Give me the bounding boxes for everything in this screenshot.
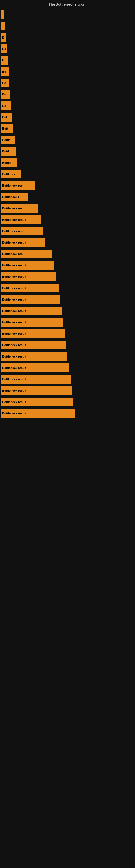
bar-row-9: Bo <box>0 101 135 110</box>
bar-8: Bo <box>1 90 10 99</box>
bar-label-21: Bottleneck result <box>2 241 26 244</box>
bar-row-32: Bottleneck result <box>0 364 135 372</box>
bar-1 <box>1 10 4 19</box>
bar-label-16: Bottleneck res <box>2 184 23 187</box>
bar-row-4: Bo <box>0 44 135 53</box>
bar-row-24: Bottleneck result <box>0 272 135 281</box>
bar-label-36: Bottleneck result <box>2 412 26 415</box>
bar-23: Bottleneck result <box>1 261 54 270</box>
bar-label-13: Bottl <box>2 150 9 153</box>
bar-label-15: Bottlenec <box>2 173 16 176</box>
bar-row-23: Bottleneck result <box>0 261 135 270</box>
bar-row-25: Bottleneck result <box>0 284 135 292</box>
bar-label-11: Bott <box>2 127 8 130</box>
bar-26: Bottleneck result <box>1 295 60 304</box>
bar-row-33: Bottleneck result <box>0 375 135 383</box>
bar-row-29: Bottleneck result <box>0 329 135 338</box>
bar-32: Bottleneck result <box>1 364 69 372</box>
bar-label-35: Bottleneck result <box>2 400 26 404</box>
bar-row-2 <box>0 22 135 30</box>
bar-label-28: Bottleneck result <box>2 321 26 324</box>
bar-row-36: Bottleneck result <box>0 409 135 418</box>
bar-2 <box>1 22 5 30</box>
bar-label-6: Bo <box>2 70 6 73</box>
bar-label-27: Bottleneck result <box>2 309 26 312</box>
bar-label-33: Bottleneck result <box>2 378 26 381</box>
bar-row-28: Bottleneck result <box>0 318 135 327</box>
bar-label-18: Bottleneck resul <box>2 207 26 210</box>
bar-label-17: Bottleneck r <box>2 195 19 198</box>
bar-row-13: Bottl <box>0 147 135 156</box>
bar-22: Bottleneck res <box>1 250 52 258</box>
bar-4: Bo <box>1 44 7 53</box>
bar-29: Bottleneck result <box>1 329 64 338</box>
bar-27: Bottleneck result <box>1 307 62 315</box>
bar-row-19: Bottleneck result <box>0 215 135 224</box>
bar-row-12: Bottle <box>0 135 135 144</box>
bar-row-3: B <box>0 33 135 42</box>
bar-14: Bottle <box>1 158 17 167</box>
bar-label-9: Bo <box>2 104 6 107</box>
bar-35: Bottleneck result <box>1 398 74 406</box>
bar-row-6: Bo <box>0 67 135 76</box>
bar-row-11: Bott <box>0 124 135 133</box>
bar-18: Bottleneck resul <box>1 204 38 213</box>
bar-label-5: B <box>2 59 4 62</box>
bar-33: Bottleneck result <box>1 375 71 383</box>
bar-25: Bottleneck result <box>1 284 59 292</box>
bar-label-20: Bottleneck resu <box>2 229 25 233</box>
bar-7: Bo <box>1 79 9 87</box>
bar-28: Bottleneck result <box>1 318 63 327</box>
bar-row-20: Bottleneck resu <box>0 227 135 236</box>
bar-17: Bottleneck r <box>1 193 28 201</box>
bar-3: B <box>1 33 6 42</box>
bar-20: Bottleneck resu <box>1 227 43 236</box>
bar-row-26: Bottleneck result <box>0 295 135 304</box>
bar-row-1 <box>0 10 135 19</box>
bar-row-14: Bottle <box>0 158 135 167</box>
bar-row-27: Bottleneck result <box>0 307 135 315</box>
bar-24: Bottleneck result <box>1 272 56 281</box>
bar-13: Bottl <box>1 147 16 156</box>
bar-label-34: Bottleneck result <box>2 389 26 392</box>
bar-row-21: Bottleneck result <box>0 238 135 247</box>
bar-row-22: Bottleneck res <box>0 250 135 258</box>
bar-34: Bottleneck result <box>1 386 72 395</box>
bar-row-30: Bottleneck result <box>0 341 135 349</box>
site-title: TheBottlenecker.com <box>0 0 135 8</box>
bar-row-31: Bottleneck result <box>0 352 135 361</box>
bar-9: Bo <box>1 101 11 110</box>
bar-row-35: Bottleneck result <box>0 398 135 406</box>
bar-row-7: Bo <box>0 79 135 87</box>
bar-31: Bottleneck result <box>1 352 67 361</box>
bar-label-30: Bottleneck result <box>2 343 26 347</box>
bar-10: Bot <box>1 113 12 122</box>
bar-16: Bottleneck res <box>1 181 35 190</box>
bar-row-18: Bottleneck resul <box>0 204 135 213</box>
bar-11: Bott <box>1 124 13 133</box>
bar-row-15: Bottlenec <box>0 170 135 179</box>
bar-label-24: Bottleneck result <box>2 275 26 278</box>
bar-label-4: Bo <box>2 47 6 51</box>
bar-label-29: Bottleneck result <box>2 332 26 335</box>
bar-label-8: Bo <box>2 93 6 96</box>
bar-21: Bottleneck result <box>1 238 45 247</box>
bar-label-32: Bottleneck result <box>2 366 26 369</box>
bar-row-10: Bot <box>0 113 135 122</box>
bar-row-17: Bottleneck r <box>0 193 135 201</box>
bar-row-34: Bottleneck result <box>0 386 135 395</box>
bar-row-8: Bo <box>0 90 135 99</box>
bars-container: BBoBBoBoBoBoBotBottBottleBottlBottleBott… <box>0 8 135 423</box>
bar-row-16: Bottleneck res <box>0 181 135 190</box>
bar-label-14: Bottle <box>2 161 10 164</box>
bar-12: Bottle <box>1 135 15 144</box>
bar-label-7: Bo <box>2 82 6 85</box>
bar-label-19: Bottleneck result <box>2 218 26 221</box>
bar-row-5: B <box>0 56 135 65</box>
bar-6: Bo <box>1 67 9 76</box>
bar-label-10: Bot <box>2 116 7 119</box>
bar-36: Bottleneck result <box>1 409 75 418</box>
bar-label-12: Bottle <box>2 138 10 142</box>
bar-15: Bottlenec <box>1 170 21 179</box>
bar-label-3: B <box>2 36 4 39</box>
